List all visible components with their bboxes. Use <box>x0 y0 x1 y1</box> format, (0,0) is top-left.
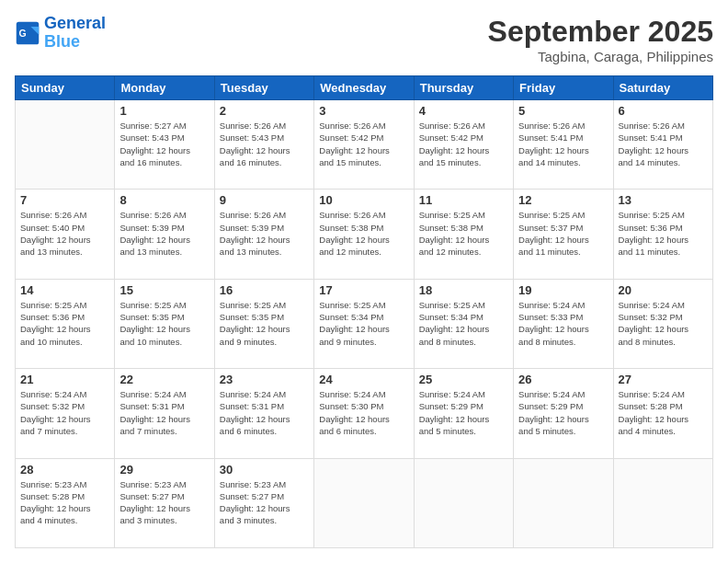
weekday-header-tuesday: Tuesday <box>214 76 313 100</box>
calendar-cell: 29Sunrise: 5:23 AM Sunset: 5:27 PM Dayli… <box>115 458 214 547</box>
calendar-cell: 21Sunrise: 5:24 AM Sunset: 5:32 PM Dayli… <box>16 369 115 458</box>
day-number: 14 <box>20 283 109 297</box>
day-number: 13 <box>619 193 708 207</box>
day-number: 11 <box>419 193 508 207</box>
calendar-week-5: 28Sunrise: 5:23 AM Sunset: 5:28 PM Dayli… <box>16 458 713 547</box>
day-info: Sunrise: 5:24 AM Sunset: 5:33 PM Dayligh… <box>518 299 608 348</box>
day-number: 26 <box>518 373 608 386</box>
day-number: 18 <box>419 283 508 297</box>
day-number: 27 <box>619 373 708 386</box>
day-info: Sunrise: 5:27 AM Sunset: 5:43 PM Dayligh… <box>119 120 209 168</box>
calendar-cell: 22Sunrise: 5:24 AM Sunset: 5:31 PM Dayli… <box>115 369 214 458</box>
logo: G General Blue <box>15 15 106 52</box>
day-info: Sunrise: 5:24 AM Sunset: 5:31 PM Dayligh… <box>119 388 209 437</box>
day-number: 28 <box>20 463 109 477</box>
day-number: 23 <box>220 373 309 386</box>
day-info: Sunrise: 5:26 AM Sunset: 5:42 PM Dayligh… <box>419 120 508 168</box>
day-info: Sunrise: 5:26 AM Sunset: 5:41 PM Dayligh… <box>619 120 708 168</box>
calendar-table: SundayMondayTuesdayWednesdayThursdayFrid… <box>15 75 713 548</box>
day-info: Sunrise: 5:25 AM Sunset: 5:35 PM Dayligh… <box>220 299 309 348</box>
day-number: 2 <box>220 104 309 118</box>
calendar-cell: 30Sunrise: 5:23 AM Sunset: 5:27 PM Dayli… <box>214 458 313 547</box>
page-header: G General Blue September 2025 Tagbina, C… <box>15 15 713 64</box>
day-info: Sunrise: 5:26 AM Sunset: 5:42 PM Dayligh… <box>319 120 408 168</box>
day-number: 19 <box>518 283 608 297</box>
weekday-header-monday: Monday <box>115 76 214 100</box>
day-number: 10 <box>319 193 408 207</box>
calendar-cell: 7Sunrise: 5:26 AM Sunset: 5:40 PM Daylig… <box>16 190 115 279</box>
svg-text:G: G <box>18 27 26 38</box>
day-number: 20 <box>619 283 708 297</box>
calendar-cell: 17Sunrise: 5:25 AM Sunset: 5:34 PM Dayli… <box>314 279 414 368</box>
calendar-cell: 16Sunrise: 5:25 AM Sunset: 5:35 PM Dayli… <box>214 279 313 368</box>
day-info: Sunrise: 5:24 AM Sunset: 5:29 PM Dayligh… <box>419 388 508 437</box>
calendar-week-1: 1Sunrise: 5:27 AM Sunset: 5:43 PM Daylig… <box>16 100 713 190</box>
day-info: Sunrise: 5:25 AM Sunset: 5:34 PM Dayligh… <box>319 299 408 348</box>
calendar-cell: 5Sunrise: 5:26 AM Sunset: 5:41 PM Daylig… <box>514 100 613 190</box>
calendar-cell: 13Sunrise: 5:25 AM Sunset: 5:36 PM Dayli… <box>613 190 712 279</box>
day-number: 25 <box>419 373 508 386</box>
day-number: 17 <box>319 283 408 297</box>
day-info: Sunrise: 5:26 AM Sunset: 5:40 PM Dayligh… <box>20 209 109 258</box>
logo-icon: G <box>15 20 40 46</box>
day-number: 7 <box>20 193 109 207</box>
day-info: Sunrise: 5:26 AM Sunset: 5:41 PM Dayligh… <box>518 120 608 168</box>
day-number: 29 <box>119 463 209 477</box>
day-number: 24 <box>319 373 408 386</box>
day-info: Sunrise: 5:26 AM Sunset: 5:39 PM Dayligh… <box>220 209 309 258</box>
day-number: 15 <box>119 283 209 297</box>
calendar-cell: 12Sunrise: 5:25 AM Sunset: 5:37 PM Dayli… <box>514 190 613 279</box>
day-info: Sunrise: 5:24 AM Sunset: 5:28 PM Dayligh… <box>619 388 708 437</box>
calendar-cell <box>613 458 712 547</box>
day-info: Sunrise: 5:24 AM Sunset: 5:31 PM Dayligh… <box>220 388 309 437</box>
day-number: 1 <box>119 104 209 118</box>
day-number: 16 <box>220 283 309 297</box>
calendar-cell: 18Sunrise: 5:25 AM Sunset: 5:34 PM Dayli… <box>414 279 513 368</box>
weekday-header-wednesday: Wednesday <box>314 76 414 100</box>
page-subtitle: Tagbina, Caraga, Philippines <box>488 49 713 64</box>
calendar-cell: 3Sunrise: 5:26 AM Sunset: 5:42 PM Daylig… <box>314 100 414 190</box>
calendar-cell: 14Sunrise: 5:25 AM Sunset: 5:36 PM Dayli… <box>16 279 115 368</box>
day-number: 5 <box>518 104 608 118</box>
page-title: September 2025 <box>488 15 713 49</box>
logo-text: General Blue <box>44 15 106 52</box>
calendar-cell: 20Sunrise: 5:24 AM Sunset: 5:32 PM Dayli… <box>613 279 712 368</box>
calendar-cell: 9Sunrise: 5:26 AM Sunset: 5:39 PM Daylig… <box>214 190 313 279</box>
calendar-cell: 19Sunrise: 5:24 AM Sunset: 5:33 PM Dayli… <box>514 279 613 368</box>
calendar-week-2: 7Sunrise: 5:26 AM Sunset: 5:40 PM Daylig… <box>16 190 713 279</box>
calendar-cell: 4Sunrise: 5:26 AM Sunset: 5:42 PM Daylig… <box>414 100 513 190</box>
day-info: Sunrise: 5:24 AM Sunset: 5:32 PM Dayligh… <box>20 388 109 437</box>
title-block: September 2025 Tagbina, Caraga, Philippi… <box>488 15 713 64</box>
day-number: 22 <box>119 373 209 386</box>
day-info: Sunrise: 5:24 AM Sunset: 5:29 PM Dayligh… <box>518 388 608 437</box>
day-info: Sunrise: 5:26 AM Sunset: 5:38 PM Dayligh… <box>319 209 408 258</box>
calendar-week-4: 21Sunrise: 5:24 AM Sunset: 5:32 PM Dayli… <box>16 369 713 458</box>
day-number: 3 <box>319 104 408 118</box>
day-info: Sunrise: 5:24 AM Sunset: 5:30 PM Dayligh… <box>319 388 408 437</box>
calendar-cell: 1Sunrise: 5:27 AM Sunset: 5:43 PM Daylig… <box>115 100 214 190</box>
calendar-cell: 23Sunrise: 5:24 AM Sunset: 5:31 PM Dayli… <box>214 369 313 458</box>
calendar-cell: 10Sunrise: 5:26 AM Sunset: 5:38 PM Dayli… <box>314 190 414 279</box>
day-number: 8 <box>119 193 209 207</box>
day-number: 4 <box>419 104 508 118</box>
calendar-week-3: 14Sunrise: 5:25 AM Sunset: 5:36 PM Dayli… <box>16 279 713 368</box>
calendar-cell: 28Sunrise: 5:23 AM Sunset: 5:28 PM Dayli… <box>16 458 115 547</box>
day-number: 12 <box>518 193 608 207</box>
calendar-cell: 2Sunrise: 5:26 AM Sunset: 5:43 PM Daylig… <box>214 100 313 190</box>
day-info: Sunrise: 5:25 AM Sunset: 5:37 PM Dayligh… <box>518 209 608 258</box>
day-info: Sunrise: 5:23 AM Sunset: 5:27 PM Dayligh… <box>119 478 209 527</box>
day-info: Sunrise: 5:25 AM Sunset: 5:36 PM Dayligh… <box>619 209 708 258</box>
day-number: 9 <box>220 193 309 207</box>
day-info: Sunrise: 5:25 AM Sunset: 5:35 PM Dayligh… <box>119 299 209 348</box>
day-info: Sunrise: 5:26 AM Sunset: 5:39 PM Dayligh… <box>119 209 209 258</box>
calendar-cell: 6Sunrise: 5:26 AM Sunset: 5:41 PM Daylig… <box>613 100 712 190</box>
day-info: Sunrise: 5:23 AM Sunset: 5:27 PM Dayligh… <box>220 478 309 527</box>
calendar-cell: 8Sunrise: 5:26 AM Sunset: 5:39 PM Daylig… <box>115 190 214 279</box>
calendar-header-row: SundayMondayTuesdayWednesdayThursdayFrid… <box>16 76 713 100</box>
calendar-cell: 27Sunrise: 5:24 AM Sunset: 5:28 PM Dayli… <box>613 369 712 458</box>
weekday-header-thursday: Thursday <box>414 76 513 100</box>
calendar-cell <box>314 458 414 547</box>
calendar-cell <box>514 458 613 547</box>
calendar-cell: 26Sunrise: 5:24 AM Sunset: 5:29 PM Dayli… <box>514 369 613 458</box>
day-info: Sunrise: 5:23 AM Sunset: 5:28 PM Dayligh… <box>20 478 109 527</box>
